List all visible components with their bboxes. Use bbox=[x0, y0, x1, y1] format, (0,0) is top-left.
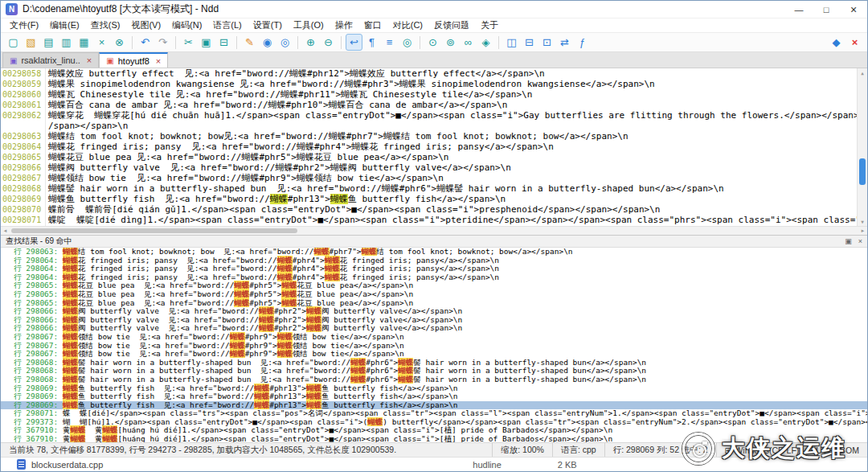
paste-icon[interactable]: ⊟ bbox=[215, 34, 232, 51]
scroll-up-icon[interactable]: ▲ bbox=[858, 68, 867, 77]
redo-icon[interactable]: ↷ bbox=[154, 34, 171, 51]
indent-guides-icon[interactable]: ≡ bbox=[381, 34, 398, 51]
save-as-icon[interactable]: ▥ bbox=[58, 34, 75, 51]
save-all-icon[interactable]: ▦ bbox=[76, 34, 92, 51]
editor-line[interactable]: 蝴蝶髻 hair worn in a butterfly-shaped bun … bbox=[48, 183, 867, 194]
toolbar-close-icon[interactable]: × bbox=[846, 34, 863, 51]
results-close-icon[interactable]: × bbox=[858, 237, 862, 245]
menu-item-3[interactable]: 查找(S) bbox=[85, 18, 126, 32]
editor-line[interactable]: 蝴蝶穿花 蝴蝶穿花[hú dié chuān huā]1.</span><spa… bbox=[48, 110, 867, 121]
editor-line[interactable]: 蝴蝶瓦 Chinesestyle tile 见:<a href="bword:/… bbox=[48, 89, 867, 100]
status-segment-1[interactable]: 缩放: 100% bbox=[492, 443, 552, 457]
horizontal-scroll-thumb[interactable] bbox=[11, 228, 297, 233]
result-line-number: 行 299373: bbox=[14, 417, 63, 426]
scroll-left-icon[interactable]: ◄ bbox=[1, 227, 10, 235]
editor-line[interactable]: 蝴蝶领结 bow tie 见:<a href="bword://蝴蝶#phr9"… bbox=[48, 173, 867, 183]
split-horizontal-icon[interactable]: ⊟ bbox=[521, 34, 538, 51]
new-file-icon[interactable]: ▢ bbox=[5, 34, 22, 51]
editor-line[interactable]: 蝴蝶鱼 butterfly fish 见:<a href="bword://蝴蝶… bbox=[48, 194, 867, 204]
tab-close-icon[interactable]: × bbox=[87, 55, 92, 65]
menu-item-13[interactable]: 关于 bbox=[475, 18, 504, 32]
editor-horizontal-scrollbar[interactable]: ◄ ► bbox=[1, 226, 867, 235]
bookmark-icon[interactable]: ◈ bbox=[477, 34, 494, 51]
result-line-number: 行 298067: bbox=[14, 349, 63, 358]
find-icon[interactable]: ◉ bbox=[259, 34, 276, 51]
code-area[interactable]: 蝴蝶效应 butterfly effect 见:<a href="bword:/… bbox=[46, 68, 867, 226]
line-number: 00298065 bbox=[2, 152, 45, 162]
close-button[interactable]: × bbox=[840, 1, 867, 18]
editor-line[interactable]: 蝶前骨 蝶前骨[dié qián gǔ]1.</span><span class… bbox=[48, 204, 867, 215]
editor-line[interactable]: /span></span>\n bbox=[48, 121, 867, 131]
replace-icon[interactable]: ◎ bbox=[276, 34, 293, 51]
copy-icon[interactable]: ▣ bbox=[198, 34, 215, 51]
result-line-number: 行 298066: bbox=[14, 315, 63, 324]
background-file-column: hudline bbox=[473, 460, 501, 470]
editor-vertical-scrollbar[interactable]: ▲ ▼ bbox=[857, 68, 867, 226]
status-segment-2[interactable]: 语言: cpp bbox=[552, 443, 604, 457]
editor-line[interactable]: 蝴蝶效应 butterfly effect 见:<a href="bword:/… bbox=[48, 68, 867, 79]
file-icon: ▣ bbox=[10, 56, 17, 65]
macro-play-icon[interactable]: ∞ bbox=[460, 34, 477, 51]
results-dock-icon[interactable]: ▣ bbox=[845, 237, 852, 245]
save-file-icon[interactable]: ▤ bbox=[40, 34, 57, 51]
zoom-in-icon[interactable]: ⊕ bbox=[302, 34, 319, 51]
editor-line[interactable]: 蝴蝶百合 cana de ambar 见:<a href="bword://蝴蝶… bbox=[48, 100, 867, 110]
menu-item-11[interactable]: 对比(C) bbox=[387, 18, 428, 32]
status-segment-3[interactable]: 行: 298069 列: 52 选中: 2 bbox=[604, 443, 716, 457]
menu-item-7[interactable]: 设置(T) bbox=[248, 18, 288, 32]
result-line-number: 行 298064: bbox=[14, 273, 63, 281]
editor-line[interactable]: 蝴蝶花 fringed iris; pansy 见:<a href="bword… bbox=[48, 142, 867, 152]
menu-item-5[interactable]: 编码(N) bbox=[166, 18, 207, 32]
show-symbols-icon[interactable]: ¶ bbox=[363, 34, 380, 51]
maximize-button[interactable]: □ bbox=[813, 1, 840, 18]
status-segment-5[interactable]: UTF8-BOM bbox=[807, 443, 867, 457]
find-results-list[interactable]: 行 298063: 蝴蝶结 tom fool knot; bowknot; bo… bbox=[1, 248, 867, 442]
toolbar-separator bbox=[132, 36, 133, 49]
menu-item-1[interactable]: 文件(F) bbox=[4, 18, 44, 32]
monitor-view-icon[interactable]: ⊡ bbox=[538, 34, 555, 51]
menu-item-12[interactable]: 反馈问题 bbox=[428, 18, 475, 32]
menu-item-2[interactable]: 编辑(E) bbox=[44, 18, 85, 32]
vertical-scroll-thumb[interactable] bbox=[859, 158, 866, 185]
editor[interactable]: 0029805800298059002980600029806100298062… bbox=[1, 68, 867, 226]
edit-pencil-icon[interactable]: ✎ bbox=[241, 34, 258, 51]
zoom-out-icon[interactable]: ⊖ bbox=[320, 34, 337, 51]
cut-icon[interactable]: ✂ bbox=[180, 34, 197, 51]
scroll-right-icon[interactable]: ► bbox=[858, 227, 867, 235]
toolbar-separator bbox=[175, 36, 176, 49]
menu-item-4[interactable]: 视图(V) bbox=[125, 18, 166, 32]
editor-line[interactable]: 蝴蝶果 sinopimelodendron kwangsiense 见:<a h… bbox=[48, 79, 867, 89]
focus-mode-icon[interactable]: ◎ bbox=[399, 34, 416, 51]
file-compare-icon[interactable]: ⇄ bbox=[556, 34, 573, 51]
function-list-icon[interactable]: ƒ bbox=[574, 34, 591, 51]
minimize-button[interactable]: — bbox=[785, 1, 813, 18]
open-file-icon[interactable]: ▧ bbox=[23, 34, 39, 51]
undo-icon[interactable]: ↶ bbox=[137, 34, 154, 51]
editor-line[interactable]: 蝴蝶结 tom fool knot; bowknot; bow见:<a href… bbox=[48, 131, 867, 142]
split-window-icon[interactable]: ◫ bbox=[503, 34, 520, 51]
app-window: N D:\codename\htoyutf8 [大文本读写模式] - Ndd —… bbox=[0, 0, 868, 472]
editor-line[interactable]: 蝴蝶阀 butterfly valve 见:<a href="bword://蝴… bbox=[48, 162, 867, 173]
word-wrap-icon[interactable]: ↩ bbox=[346, 34, 362, 51]
menu-item-6[interactable]: 语言(L) bbox=[207, 18, 247, 32]
tab-close-icon[interactable]: × bbox=[156, 56, 161, 66]
editor-line[interactable]: 蝶啶 蝶啶[dié dìng]1.</span><span class="ent… bbox=[48, 215, 867, 225]
editor-line[interactable]: 蝴蝶花豆 blue pea 见:<a href="bword://蝴蝶#phr5… bbox=[48, 152, 867, 162]
scroll-down-icon[interactable]: ▼ bbox=[858, 217, 867, 226]
result-row[interactable]: 行 367910: 黄蝴蝶 黄蝴蝶[huáng hú dié]1.</span>… bbox=[1, 435, 867, 442]
close-all-icon[interactable]: ⊗ bbox=[111, 34, 128, 51]
menu-item-9[interactable]: 操作 bbox=[330, 18, 358, 32]
status-segment-4[interactable]: ⊞Windows(CR LF) bbox=[716, 443, 808, 457]
macro-stop-icon[interactable]: ⊚ bbox=[442, 34, 459, 51]
menu-item-10[interactable]: 窗口 bbox=[358, 18, 387, 32]
tab-2[interactable]: ▣htoyutf8× bbox=[99, 52, 168, 68]
macro-start-icon[interactable]: ⊙ bbox=[424, 34, 441, 51]
menu-item-8[interactable]: 工具(O) bbox=[288, 18, 330, 32]
window-controls: — □ × bbox=[785, 1, 867, 18]
close-file-icon[interactable]: × bbox=[93, 34, 110, 51]
tab-1[interactable]: ▣rsaklatrix_linu..× bbox=[2, 52, 99, 68]
result-line-number: 行 298068: bbox=[14, 366, 63, 375]
pin-icon[interactable]: ◆ bbox=[828, 34, 845, 51]
line-number-gutter: 0029805800298059002980600029806100298062… bbox=[1, 68, 46, 226]
background-file-name[interactable]: blockuserdata.cpp bbox=[31, 460, 103, 470]
